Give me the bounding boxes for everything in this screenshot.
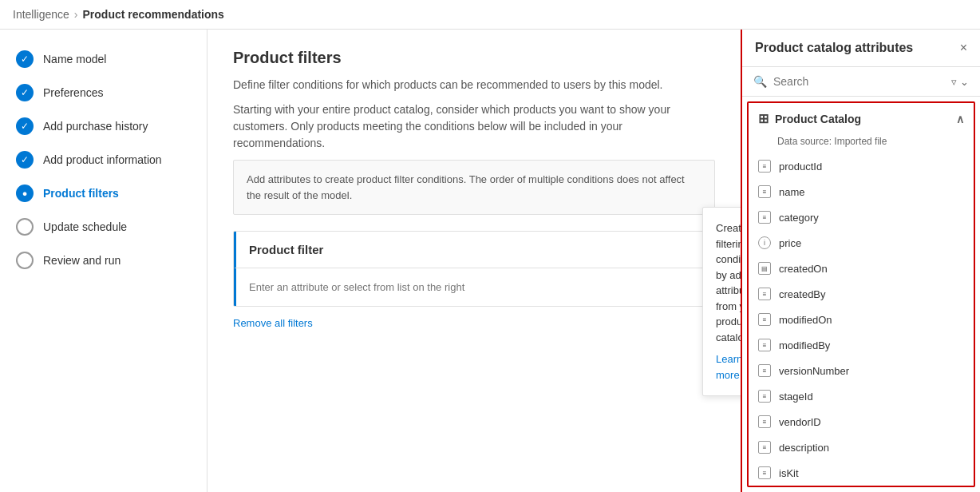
page-title: Product filters xyxy=(233,49,715,67)
attr-item-versionnumber[interactable]: ≡versionNumber xyxy=(749,358,974,383)
sidebar-item-add-product-information[interactable]: ✓Add product information xyxy=(0,143,207,177)
step-label-name-model: Name model xyxy=(43,53,106,65)
attr-item-productid[interactable]: ≡productId xyxy=(749,153,974,179)
catalog-name: Product Catalog xyxy=(775,113,861,125)
attr-item-description[interactable]: ≡description xyxy=(749,434,974,460)
content-area: Product filters Define filter conditions… xyxy=(207,30,741,492)
attr-icon-versionnumber: ≡ xyxy=(758,364,771,377)
catalog-datasource: Data source: Imported file xyxy=(749,134,974,153)
attr-item-iskit[interactable]: ≡isKit xyxy=(749,460,974,486)
attr-item-modifiedby[interactable]: ≡modifiedBy xyxy=(749,332,974,358)
attr-label-productid: productId xyxy=(779,161,822,173)
panel-title: Product catalog attributes xyxy=(755,41,913,55)
top-bar: Intelligence › Product recommendations xyxy=(0,0,980,30)
attr-label-iskit: isKit xyxy=(779,467,799,479)
sidebar-item-preferences[interactable]: ✓Preferences xyxy=(0,76,207,109)
attr-icon-name: ≡ xyxy=(758,185,771,198)
search-input[interactable] xyxy=(773,75,945,88)
attr-icon-description: ≡ xyxy=(758,441,771,454)
right-panel: Product catalog attributes × 🔍 ▿ ⌄ ⊞ Pro… xyxy=(741,30,980,492)
filter-section: Product filter xyxy=(233,231,715,307)
filter-section-title: Product filter xyxy=(234,232,714,268)
sidebar-item-name-model[interactable]: ✓Name model xyxy=(0,42,207,76)
description-1: Define filter conditions for which produ… xyxy=(233,77,715,93)
info-box: Add attributes to create product filter … xyxy=(233,160,715,215)
attr-item-isstockitem[interactable]: ≡isStockItem xyxy=(749,486,974,487)
attr-label-modifiedon: modifiedOn xyxy=(779,314,832,326)
step-circle-name-model: ✓ xyxy=(16,50,34,68)
description-2: Starting with your entire product catalo… xyxy=(233,101,715,152)
sidebar-item-product-filters[interactable]: ●Product filters xyxy=(0,177,207,210)
filter-sort-icons: ▿ ⌄ xyxy=(951,76,969,88)
step-circle-preferences: ✓ xyxy=(16,84,34,101)
attr-label-modifiedby: modifiedBy xyxy=(779,339,830,351)
sidebar-item-review-and-run[interactable]: Review and run xyxy=(0,244,207,277)
sidebar: ✓Name model✓Preferences✓Add purchase his… xyxy=(0,30,207,492)
panel-search-bar: 🔍 ▿ ⌄ xyxy=(742,67,980,97)
attr-icon-modifiedby: ≡ xyxy=(758,339,771,351)
breadcrumb-parent[interactable]: Intelligence xyxy=(13,8,69,21)
attr-item-category[interactable]: ≡category xyxy=(749,204,974,230)
attr-icon-createdby: ≡ xyxy=(758,288,771,300)
remove-all-filters-link[interactable]: Remove all filters xyxy=(233,317,313,329)
filter-icon[interactable]: ▿ xyxy=(951,76,957,88)
attr-label-versionnumber: versionNumber xyxy=(779,365,849,377)
attr-label-createdby: createdBy xyxy=(779,288,826,300)
close-icon[interactable]: × xyxy=(960,41,967,55)
attribute-list: ≡productId≡name≡categoryiprice▤createdOn… xyxy=(749,153,974,487)
attr-item-createdon[interactable]: ▤createdOn xyxy=(749,256,974,281)
panel-header: Product catalog attributes × xyxy=(742,30,980,67)
filter-input-row xyxy=(234,268,714,306)
attr-icon-productid: ≡ xyxy=(758,160,771,173)
attr-icon-price: i xyxy=(758,236,771,249)
step-circle-review-and-run xyxy=(16,252,34,269)
catalog-header: ⊞ Product Catalog ∧ xyxy=(749,103,974,134)
step-circle-add-product-information: ✓ xyxy=(16,151,34,169)
attr-label-description: description xyxy=(779,442,829,454)
attr-item-modifiedon[interactable]: ≡modifiedOn xyxy=(749,307,974,332)
attr-label-name: name xyxy=(779,186,805,198)
breadcrumb: Intelligence › Product recommendations xyxy=(13,8,224,21)
collapse-icon[interactable]: ∧ xyxy=(956,113,964,125)
attr-label-category: category xyxy=(779,212,819,224)
breadcrumb-separator: › xyxy=(74,8,78,21)
step-circle-product-filters: ● xyxy=(16,184,34,202)
step-circle-add-purchase-history: ✓ xyxy=(16,117,34,135)
attr-icon-modifiedon: ≡ xyxy=(758,313,771,326)
main-layout: ✓Name model✓Preferences✓Add purchase his… xyxy=(0,30,980,492)
breadcrumb-current: Product recommendations xyxy=(83,8,224,21)
catalog-section: ⊞ Product Catalog ∧ Data source: Importe… xyxy=(747,101,975,487)
attr-icon-vendorid: ≡ xyxy=(758,415,771,428)
step-label-update-schedule: Update schedule xyxy=(43,220,127,233)
attr-label-stageid: stageId xyxy=(779,391,813,403)
tooltip-text: Create filtering conditions by adding at… xyxy=(716,222,741,343)
step-circle-update-schedule xyxy=(16,218,34,236)
step-label-add-product-information: Add product information xyxy=(43,153,162,166)
tooltip-learn-more-link[interactable]: Learn more xyxy=(716,351,741,383)
step-label-add-purchase-history: Add purchase history xyxy=(43,120,148,133)
step-label-preferences: Preferences xyxy=(43,86,103,99)
filter-attribute-input[interactable] xyxy=(249,278,701,296)
attr-label-vendorid: vendorID xyxy=(779,416,821,428)
attr-icon-iskit: ≡ xyxy=(758,466,771,479)
attr-icon-createdon: ▤ xyxy=(758,262,771,275)
attr-icon-stageid: ≡ xyxy=(758,390,771,403)
table-icon: ⊞ xyxy=(758,111,769,126)
attr-item-createdby[interactable]: ≡createdBy xyxy=(749,281,974,307)
attr-item-stageid[interactable]: ≡stageId xyxy=(749,383,974,409)
attr-label-createdon: createdOn xyxy=(779,263,828,275)
tooltip-box: Create filtering conditions by adding at… xyxy=(702,207,741,396)
attr-label-price: price xyxy=(779,237,801,249)
step-label-product-filters: Product filters xyxy=(43,187,119,200)
step-label-review-and-run: Review and run xyxy=(43,254,121,267)
search-icon: 🔍 xyxy=(753,75,767,88)
sidebar-item-update-schedule[interactable]: Update schedule xyxy=(0,210,207,244)
sidebar-item-add-purchase-history[interactable]: ✓Add purchase history xyxy=(0,109,207,143)
attr-item-vendorid[interactable]: ≡vendorID xyxy=(749,409,974,434)
attr-item-price[interactable]: iprice xyxy=(749,230,974,256)
attr-icon-category: ≡ xyxy=(758,211,771,224)
attr-item-name[interactable]: ≡name xyxy=(749,179,974,204)
sort-icon[interactable]: ⌄ xyxy=(960,76,969,88)
